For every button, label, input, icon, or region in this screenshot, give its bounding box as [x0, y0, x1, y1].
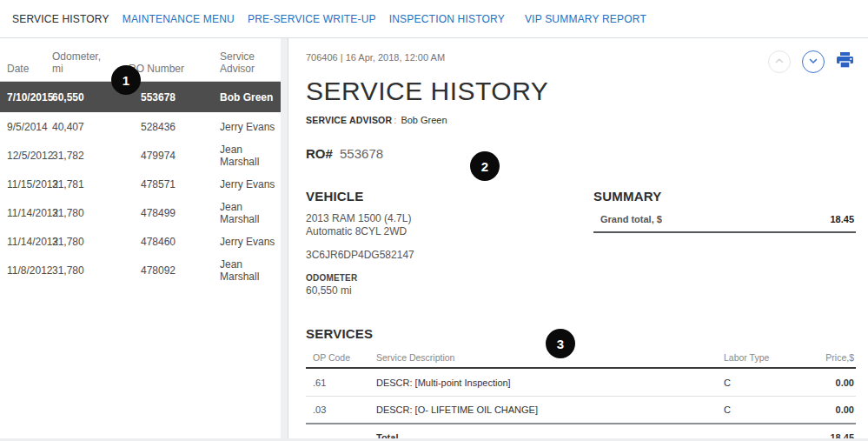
cell-date: 11/14/2012 — [7, 236, 52, 248]
table-row[interactable]: 7/10/2015 60,550 553678 Bob Green — [0, 82, 282, 112]
cell-date: 11/15/2012 — [7, 178, 52, 190]
next-record-button[interactable] — [802, 50, 825, 73]
record-meta: 706406 | 16 Apr, 2018, 12:00 AM — [306, 50, 445, 63]
services-heading: SERVICES — [306, 326, 856, 341]
tab-inspection-history[interactable]: INSPECTION HISTORY — [389, 13, 505, 25]
cell-labor-type: C — [724, 378, 806, 388]
page-title: SERVICE HISTORY — [306, 77, 856, 106]
cell-price: 0.00 — [806, 404, 854, 415]
printer-icon — [836, 51, 854, 72]
vehicle-heading: VEHICLE — [306, 189, 593, 204]
odometer-value: 60,550 mi — [306, 284, 593, 297]
vehicle-vin: 3C6JR6DP4DG582147 — [306, 249, 593, 261]
cell-op-code: .03 — [313, 404, 376, 415]
summary-heading: SUMMARY — [593, 189, 856, 204]
cell-ro: 479974 — [129, 150, 213, 162]
service-advisor-line: SERVICE ADVISOR: Bob Green — [306, 115, 856, 125]
table-row[interactable]: 9/5/2014 40,407 528436 Jerry Evans — [0, 112, 282, 141]
cell-date: 9/5/2014 — [7, 121, 52, 133]
cell-advisor: Jerry Evans — [213, 121, 282, 133]
cell-odometer: 31,780 — [52, 264, 129, 277]
tab-maintenance-menu[interactable]: MAINTENANCE MENU — [123, 13, 235, 25]
cell-odometer: 60,550 — [52, 91, 129, 104]
chevron-up-icon — [774, 54, 785, 70]
cell-advisor: Jean Marshall — [213, 258, 282, 283]
cell-date: 11/14/2012 — [7, 207, 52, 219]
column-header-labor-type: Labor Type — [724, 352, 806, 363]
total-label: Total — [376, 432, 724, 441]
odometer-label: ODOMETER — [306, 273, 593, 283]
cell-labor-type: C — [724, 404, 806, 415]
ro-number-line: RO# 553678 — [306, 146, 856, 161]
vehicle-section: VEHICLE 2013 RAM 1500 (4.7L) Automatic 8… — [306, 189, 593, 297]
services-section: SERVICES OP Code Service Description Lab… — [306, 326, 856, 441]
table-row[interactable]: 11/8/2012 31,780 478092 Jean Marshall — [0, 256, 282, 284]
cell-advisor: Jerry Evans — [213, 236, 282, 248]
annotation-badge-1: 1 — [111, 65, 141, 95]
cell-op-code: .61 — [313, 378, 376, 388]
summary-section: SUMMARY Grand total, $ 18.45 — [593, 189, 856, 297]
cell-ro: 528436 — [129, 121, 213, 133]
table-row[interactable]: 11/14/2012 31,780 478460 Jerry Evans — [0, 227, 282, 256]
tab-vip-summary-report[interactable]: VIP SUMMARY REPORT — [525, 13, 646, 25]
annotation-badge-3: 3 — [546, 329, 575, 358]
cell-ro: 553678 — [129, 91, 213, 104]
previous-record-button[interactable] — [768, 50, 791, 73]
cell-odometer: 31,780 — [52, 207, 129, 219]
ro-number-value: 553678 — [340, 146, 383, 161]
cell-price: 0.00 — [806, 378, 854, 388]
cell-advisor: Bob Green — [213, 91, 282, 104]
cell-date: 12/5/2012 — [7, 150, 52, 162]
history-table-header: Date Odometer, mi RO Number Service Advi… — [0, 38, 282, 82]
vehicle-drivetrain: Automatic 8CYL 2WD — [306, 225, 593, 238]
service-history-detail-panel: 706406 | 16 Apr, 2018, 12:00 AM — [288, 38, 868, 438]
cell-advisor: Jerry Evans — [213, 178, 282, 190]
cell-ro: 478092 — [129, 264, 213, 277]
left-panel-scrollbar[interactable] — [281, 38, 288, 438]
cell-odometer: 31,780 — [52, 236, 129, 248]
services-total-row: Total 18.45 — [306, 424, 856, 441]
cell-ro: 478499 — [129, 207, 213, 219]
column-header-ro-number: RO Number — [129, 63, 213, 76]
cell-description: DESCR: [Multi-point Inspection] — [376, 378, 724, 388]
column-header-price: Price,$ — [806, 352, 854, 363]
grand-total-value: 18.45 — [830, 214, 854, 224]
tab-service-history[interactable]: SERVICE HISTORY — [12, 13, 109, 25]
services-table-header: OP Code Service Description Labor Type P… — [306, 348, 856, 369]
cell-odometer: 31,781 — [52, 178, 129, 190]
table-row[interactable]: 12/5/2012 31,782 479974 Jean Marshall — [0, 141, 282, 170]
cell-date: 11/8/2012 — [7, 264, 52, 277]
column-header-op-code: OP Code — [313, 352, 376, 363]
top-navigation: SERVICE HISTORY MAINTENANCE MENU PRE-SER… — [0, 0, 868, 38]
service-row[interactable]: .03 DESCR: [O- LIFETIME OIL CHANGE] C 0.… — [306, 397, 856, 424]
vehicle-model: 2013 RAM 1500 (4.7L) — [306, 212, 593, 225]
cell-date: 7/10/2015 — [7, 91, 52, 104]
ro-number-label: RO# — [306, 146, 333, 161]
cell-ro: 478571 — [129, 178, 213, 190]
grand-total-row: Grand total, $ 18.45 — [593, 214, 856, 233]
table-row[interactable]: 11/14/2012 31,780 478499 Jean Marshall — [0, 198, 282, 227]
chevron-down-icon — [808, 54, 818, 70]
column-header-date: Date — [7, 63, 52, 76]
service-row[interactable]: .61 DESCR: [Multi-point Inspection] C 0.… — [306, 369, 856, 397]
service-advisor-value: Bob Green — [401, 115, 447, 125]
service-advisor-label: SERVICE ADVISOR — [306, 115, 392, 125]
cell-description: DESCR: [O- LIFETIME OIL CHANGE] — [376, 404, 724, 415]
service-advisor-separator: : — [394, 115, 396, 125]
column-header-service-advisor: Service Advisor — [213, 51, 282, 76]
table-row[interactable]: 11/15/2012 31,781 478571 Jerry Evans — [0, 170, 282, 198]
service-history-list-panel: Date Odometer, mi RO Number Service Advi… — [0, 38, 288, 438]
cell-advisor: Jean Marshall — [213, 144, 282, 168]
total-value: 18.45 — [806, 432, 854, 441]
grand-total-label: Grand total, $ — [600, 214, 662, 224]
tab-pre-service-write-up[interactable]: PRE-SERVICE WRITE-UP — [248, 13, 376, 25]
cell-odometer: 40,407 — [52, 121, 129, 133]
annotation-badge-2: 2 — [470, 151, 500, 181]
cell-advisor: Jean Marshall — [213, 201, 282, 225]
print-button[interactable] — [836, 51, 854, 72]
cell-odometer: 31,782 — [52, 150, 129, 162]
cell-ro: 478460 — [129, 236, 213, 248]
